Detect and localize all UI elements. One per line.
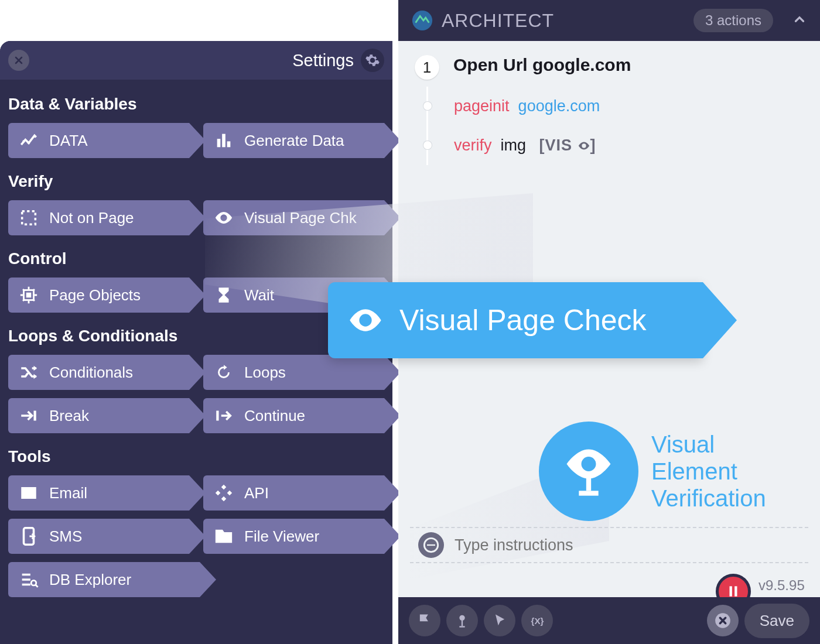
variable-icon[interactable]: {X}: [521, 605, 553, 636]
substep-pageinit[interactable]: pageinit google.com: [428, 87, 804, 126]
chip-label: Wait: [244, 286, 274, 304]
right-panel-header: ARCHITECT 3 actions: [398, 0, 820, 41]
chip-label: Break: [49, 407, 89, 425]
chip-not-on-page[interactable]: Not on Page: [8, 200, 189, 235]
svg-point-1: [28, 142, 30, 144]
instruction-input-row: [410, 527, 808, 563]
gear-icon[interactable]: [361, 49, 384, 72]
keyword: verify: [454, 136, 492, 154]
visual-element-verification[interactable]: Visual Element Verification: [539, 422, 766, 521]
chip-label: Visual Page Chk: [244, 209, 357, 227]
chip-label: DATA: [49, 132, 87, 150]
vis-tag: [VIS ]: [539, 136, 596, 154]
eye-icon: [347, 302, 384, 339]
svg-rect-20: [734, 586, 737, 596]
chip-email[interactable]: Email: [8, 475, 189, 511]
version-label: v9.5.95: [758, 577, 805, 594]
chip-break[interactable]: Break: [8, 398, 189, 433]
api-icon: [214, 483, 234, 503]
svg-rect-19: [730, 586, 732, 596]
chip-loops[interactable]: Loops: [203, 355, 384, 390]
section-tools: Tools: [8, 447, 384, 466]
collapse-icon[interactable]: [418, 532, 444, 558]
chip-label: SMS: [49, 527, 82, 546]
keyword: pageinit: [454, 97, 510, 115]
eye-icon: [214, 208, 234, 228]
flag-icon[interactable]: [409, 605, 440, 636]
chip-continue[interactable]: Continue: [203, 398, 384, 433]
save-button[interactable]: Save: [744, 604, 809, 638]
svg-rect-6: [22, 211, 36, 225]
step-number: 1: [415, 55, 439, 80]
app-title: ARCHITECT: [442, 10, 554, 32]
drag-label: Visual Page Check: [399, 303, 647, 337]
svg-rect-10: [216, 411, 218, 421]
svg-point-13: [412, 11, 432, 30]
svg-rect-23: [459, 626, 464, 627]
chip-label: API: [244, 484, 269, 502]
chip-label: Continue: [244, 407, 305, 425]
chip-file-viewer[interactable]: File Viewer: [203, 519, 384, 554]
logo-icon: [411, 9, 433, 32]
sms-icon: [19, 526, 39, 546]
svg-point-0: [22, 140, 25, 142]
cpu-icon: [19, 285, 39, 305]
chip-label: Not on Page: [49, 209, 134, 227]
section-data-variables: Data & Variables: [8, 95, 384, 114]
svg-point-21: [459, 615, 464, 621]
substep-verify[interactable]: verify img [VIS ]: [428, 126, 804, 165]
db-search-icon: [19, 570, 39, 590]
left-panel-header: Settings: [0, 41, 392, 80]
folder-icon: [214, 526, 234, 546]
step-title: Open Url google.com: [453, 55, 631, 75]
instruction-input[interactable]: [455, 536, 800, 554]
trend-icon: [19, 131, 39, 150]
svg-rect-18: [427, 544, 435, 546]
target: img: [501, 136, 527, 154]
continue-icon: [214, 406, 234, 426]
chip-data[interactable]: DATA: [8, 123, 189, 158]
bar-chart-icon: [214, 131, 234, 150]
svg-rect-4: [222, 134, 226, 148]
chip-api[interactable]: API: [203, 475, 384, 511]
chevron-up-icon[interactable]: [792, 12, 807, 29]
svg-rect-22: [462, 621, 463, 626]
svg-text:{X}: {X}: [531, 616, 544, 626]
step-1[interactable]: 1 Open Url google.com: [415, 55, 804, 80]
close-icon[interactable]: [8, 50, 29, 71]
actions-count[interactable]: 3 actions: [693, 9, 773, 32]
svg-point-14: [363, 317, 369, 324]
svg-rect-16: [579, 491, 598, 495]
chip-label: DB Explorer: [49, 571, 131, 589]
chip-conditionals[interactable]: Conditionals: [8, 355, 189, 390]
chip-label: Generate Data: [244, 132, 344, 150]
chip-generate-data[interactable]: Generate Data: [203, 123, 384, 158]
email-icon: [19, 483, 39, 503]
chip-label: File Viewer: [244, 527, 319, 546]
settings-label: Settings: [292, 51, 354, 70]
chip-sms[interactable]: SMS: [8, 519, 189, 554]
chip-label: Email: [49, 484, 87, 502]
chip-page-objects[interactable]: Page Objects: [8, 278, 189, 313]
svg-rect-9: [34, 411, 36, 421]
svg-rect-15: [586, 476, 591, 491]
break-icon: [19, 406, 39, 426]
chip-db-explorer[interactable]: DB Explorer: [8, 562, 200, 597]
section-control: Control: [8, 249, 384, 268]
svg-point-2: [33, 135, 36, 138]
vev-label: Visual Element Verification: [651, 431, 766, 512]
hourglass-icon: [214, 285, 234, 305]
shuffle-icon: [19, 362, 39, 382]
close-icon[interactable]: [707, 605, 739, 636]
chip-visual-page-chk[interactable]: Visual Page Chk: [203, 200, 384, 235]
value: google.com: [518, 97, 600, 115]
selection-icon: [19, 208, 39, 228]
cursor-icon[interactable]: [484, 605, 515, 636]
eye-pin-icon: [539, 422, 638, 521]
loop-icon: [214, 362, 234, 382]
section-verify: Verify: [8, 172, 384, 191]
chip-label: Loops: [244, 364, 286, 382]
drag-visual-page-check[interactable]: Visual Page Check: [328, 282, 703, 358]
svg-rect-5: [227, 141, 231, 147]
pin-icon[interactable]: [446, 605, 478, 636]
